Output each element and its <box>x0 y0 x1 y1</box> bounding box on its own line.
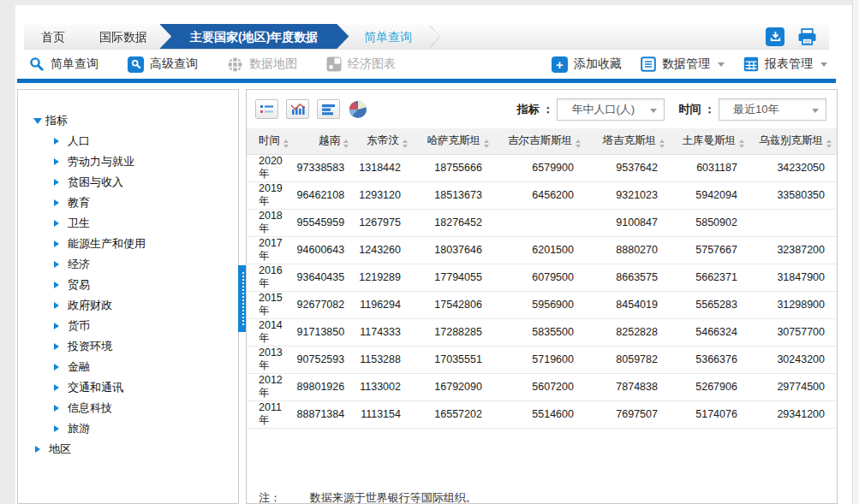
column-chart-icon <box>290 103 306 116</box>
indicator-filter-label: 指标 ： <box>517 102 554 117</box>
column-header[interactable]: 时间 <box>247 128 297 154</box>
table-cell: 1133002 <box>354 373 413 400</box>
chevron-right-icon <box>35 446 44 453</box>
chevron-right-icon <box>54 302 63 309</box>
table-cell: 18276452 <box>413 209 494 236</box>
chevron-right-icon <box>54 179 63 186</box>
table-cell: 2016年 <box>247 264 297 291</box>
footnote-text: 数据来源于世界银行等国际组织。 <box>310 491 477 504</box>
sidebar-item[interactable]: 能源生产和使用 <box>35 234 238 254</box>
report-management-button[interactable]: 报表管理 <box>743 56 827 72</box>
sidebar-item-label: 政府财政 <box>68 298 112 313</box>
table-cell: 1318442 <box>354 154 413 181</box>
table-cell: 2017年 <box>247 236 297 264</box>
advanced-query-label: 高级查询 <box>150 56 198 72</box>
sidebar-item[interactable]: 人口 <box>35 131 238 151</box>
table-cell: 17794055 <box>413 264 494 291</box>
table-cell: 1243260 <box>354 236 413 264</box>
table-cell: 2019年 <box>247 181 297 209</box>
tab-simple-query[interactable]: 简单查询 <box>337 24 439 49</box>
sidebar-item[interactable]: 旅游 <box>35 418 238 439</box>
column-header-label: 吉尔吉斯斯坦 <box>508 134 572 146</box>
data-management-label: 数据管理 <box>662 56 710 72</box>
table-cell: 1196294 <box>354 291 413 318</box>
sidebar-item-label: 教育 <box>68 195 90 210</box>
sidebar-item[interactable]: 交通和通讯 <box>35 377 238 398</box>
sidebar-item[interactable]: 金融 <box>35 357 238 377</box>
sort-icon <box>283 139 289 148</box>
indicator-select[interactable]: 年中人口(人) <box>557 98 665 121</box>
table-cell: 33580350 <box>749 181 837 209</box>
sidebar-item-label: 人口 <box>68 133 90 149</box>
table-header-row: 时间越南东帝汶哈萨克斯坦吉尔吉斯斯坦塔吉克斯坦土库曼斯坦乌兹别克斯坦 <box>247 128 837 154</box>
panel-resize-handle[interactable] <box>238 265 246 332</box>
column-header[interactable]: 越南 <box>297 128 355 154</box>
time-filter-label: 时间 ： <box>678 102 715 117</box>
advanced-query-button[interactable]: 高级查询 <box>128 56 198 73</box>
column-chart-view-button[interactable] <box>286 99 309 119</box>
column-header-label: 东帝汶 <box>367 134 399 146</box>
sidebar-item-label: 信息科技 <box>68 400 112 416</box>
data-map-button[interactable]: 数据地图 <box>227 56 297 73</box>
table-cell: 2020年 <box>247 154 297 181</box>
sidebar-item-regions[interactable]: 地区 <box>35 439 238 460</box>
table-row: 2012年89801926113300216792090560720078748… <box>247 373 837 400</box>
pie-chart-view-button[interactable] <box>348 99 368 119</box>
sidebar-item[interactable]: 信息科技 <box>35 398 238 418</box>
column-header[interactable]: 哈萨克斯坦 <box>413 128 494 154</box>
column-header[interactable]: 乌兹别克斯坦 <box>749 128 837 154</box>
sidebar-item-indicators[interactable]: 指标 <box>35 110 238 131</box>
download-icon <box>770 31 781 42</box>
table-cell: 18037646 <box>413 236 494 264</box>
column-header[interactable]: 吉尔吉斯斯坦 <box>494 128 586 154</box>
tab-annual-data-active[interactable]: 主要国家(地区)年度数据 <box>159 24 349 49</box>
print-icon <box>797 28 817 45</box>
table-cell: 7874838 <box>586 373 670 400</box>
sidebar-item[interactable]: 经济 <box>35 254 238 275</box>
sidebar-item[interactable]: 政府财政 <box>35 295 238 316</box>
sidebar-item[interactable]: 货币 <box>35 316 238 336</box>
chevron-right-icon <box>54 158 63 165</box>
time-select-value: 最近10年 <box>733 103 778 116</box>
table-cell: 5366376 <box>670 346 749 373</box>
sidebar-item[interactable]: 贸易 <box>35 275 238 295</box>
sidebar-item[interactable]: 卫生 <box>35 213 238 234</box>
sort-icon <box>484 139 489 148</box>
print-button[interactable] <box>797 28 817 45</box>
table-cell: 1174333 <box>354 318 413 346</box>
sidebar-item[interactable]: 劳动力与就业 <box>35 151 238 172</box>
table-cell: 6201500 <box>494 236 586 264</box>
sidebar-item[interactable]: 贫困与收入 <box>35 172 238 193</box>
chevron-right-icon <box>54 323 63 329</box>
sidebar-item[interactable]: 投资环境 <box>35 336 238 357</box>
list-view-icon <box>259 104 274 115</box>
economic-charts-button[interactable]: 经济图表 <box>326 56 396 72</box>
table-cell: 5942094 <box>670 181 749 209</box>
table-cell: 17288285 <box>413 318 494 346</box>
table-cell: 2013年 <box>247 346 297 373</box>
download-button[interactable] <box>766 27 784 46</box>
table-cell: 8663575 <box>586 264 670 291</box>
toolbar-left: 简单查询 高级查询 数据地图 经济图表 <box>24 56 396 73</box>
column-header[interactable]: 东帝汶 <box>354 128 413 154</box>
sort-icon <box>576 139 581 148</box>
list-view-button[interactable] <box>255 99 278 119</box>
simple-query-button[interactable]: 简单查询 <box>29 56 98 72</box>
sidebar-item[interactable]: 教育 <box>35 193 238 213</box>
tab-international-data[interactable]: 国际数据 <box>75 24 171 49</box>
table-cell: 5757667 <box>670 236 749 264</box>
window-scrollbar[interactable] <box>852 0 859 504</box>
table-cell: 5607200 <box>494 373 586 400</box>
bar-chart-view-button[interactable] <box>317 99 340 119</box>
table-cell: 1293120 <box>354 181 413 209</box>
chart-tiles-icon <box>326 56 342 72</box>
window-actions <box>766 24 829 49</box>
add-favorite-button[interactable]: + 添加收藏 <box>552 56 622 73</box>
table-cell: 1219289 <box>354 264 413 291</box>
data-management-button[interactable]: 数据管理 <box>641 56 725 72</box>
column-header[interactable]: 土库曼斯坦 <box>670 128 749 154</box>
column-header[interactable]: 塔吉克斯坦 <box>586 128 670 154</box>
tab-home[interactable]: 首页 <box>24 24 87 49</box>
time-range-select[interactable]: 最近10年 <box>719 98 826 121</box>
table-cell: 2011年 <box>247 400 297 428</box>
